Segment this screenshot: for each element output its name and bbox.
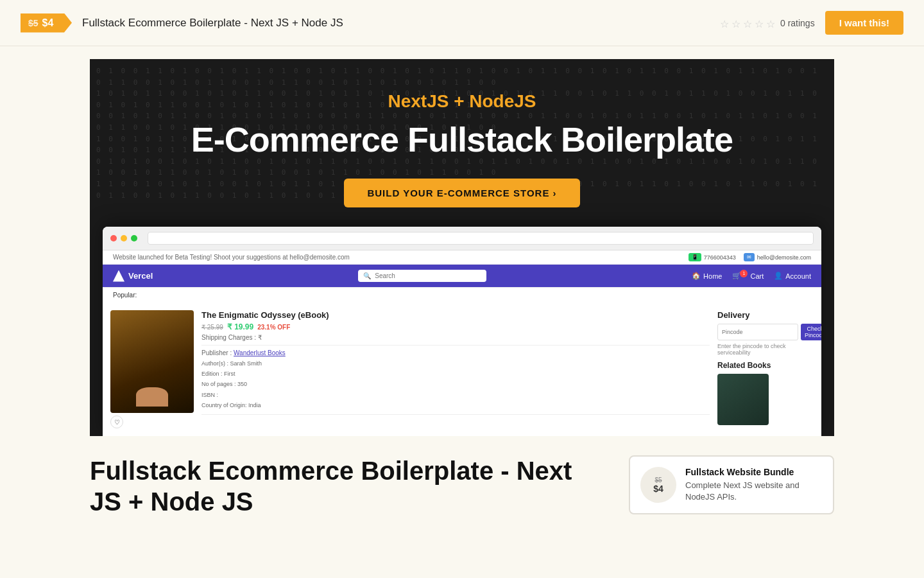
product-new-price: ₹ 19.99 bbox=[227, 322, 253, 331]
hero-section: 0 1 0 0 1 1 0 1 0 0 1 0 1 1 0 1 0 0 1 0 … bbox=[90, 59, 834, 436]
related-title: Related Books bbox=[717, 361, 814, 370]
email-icon: ✉ bbox=[744, 253, 755, 261]
demo-nav-cart[interactable]: 🛒 1 Cart bbox=[732, 272, 764, 280]
edition-info: Edition : First bbox=[201, 369, 710, 379]
wishlist-icon[interactable]: ♡ bbox=[110, 416, 123, 428]
price-row: ₹ 25.99 ₹ 19.99 23.1% OFF bbox=[201, 322, 710, 331]
country-info: Country of Origin: India bbox=[201, 400, 710, 410]
star-1-icon[interactable]: ☆ bbox=[720, 18, 730, 28]
search-input[interactable] bbox=[375, 272, 481, 279]
demo-nav-home[interactable]: 🏠 Home bbox=[692, 272, 722, 280]
demo-search-bar[interactable]: 🔍 bbox=[358, 270, 486, 282]
pincode-row: Check Pincode bbox=[717, 324, 814, 340]
phone-number: 7766004343 bbox=[704, 254, 736, 261]
author-info: Author(s) : Sarah Smith bbox=[201, 358, 710, 369]
bundle-price-badge: $5 $4 bbox=[640, 467, 676, 503]
pincode-input[interactable] bbox=[717, 324, 798, 340]
demo-email: ✉ hello@demosite.com bbox=[744, 253, 811, 261]
check-pincode-button[interactable]: Check Pincode bbox=[801, 324, 821, 340]
product-title: The Enigmatic Odyssey (eBook) bbox=[201, 310, 710, 320]
new-price: $4 bbox=[42, 17, 54, 29]
email-address: hello@demosite.com bbox=[757, 254, 811, 261]
top-bar-right: ☆ ☆ ☆ ☆ ☆ 0 ratings I want this! bbox=[720, 11, 903, 35]
bundle-description: Complete Next JS website and NodeJS APIs… bbox=[685, 480, 823, 503]
demo-topbar-text: Website launched for Beta Testing! Shoot… bbox=[113, 254, 350, 261]
search-icon: 🔍 bbox=[363, 272, 371, 279]
demo-product-image bbox=[110, 310, 194, 413]
star-3-icon[interactable]: ☆ bbox=[743, 18, 753, 28]
demo-nav-links: 🏠 Home 🛒 1 Cart 👤 Account bbox=[692, 272, 811, 280]
logo-text: Vercel bbox=[128, 271, 153, 281]
ratings-count: 0 ratings bbox=[780, 18, 815, 28]
bottom-product-title: Fullstack Ecommerce Boilerplate - NextJS… bbox=[90, 455, 610, 517]
bundle-new-price: $4 bbox=[653, 484, 663, 494]
star-5-icon[interactable]: ☆ bbox=[766, 18, 776, 28]
product-meta: Author(s) : Sarah Smith Edition : First … bbox=[201, 358, 710, 415]
pincode-hint: Enter the pincode to check serviceabilit… bbox=[717, 343, 814, 356]
stars: ☆ ☆ ☆ ☆ ☆ bbox=[720, 18, 776, 28]
close-dot-icon bbox=[110, 235, 117, 241]
browser-mockup: Website launched for Beta Testing! Shoot… bbox=[103, 227, 821, 436]
pages-info: No of pages : 350 bbox=[201, 379, 710, 389]
demo-topbar-right: 📱 7766004343 ✉ hello@demosite.com bbox=[689, 253, 811, 261]
nav-cart-label: Cart bbox=[750, 272, 764, 280]
publisher-link[interactable]: Wanderlust Books bbox=[234, 349, 286, 356]
price-badge: $5 $4 bbox=[21, 13, 72, 33]
browser-url-bar bbox=[148, 232, 814, 245]
demo-delivery: Delivery Check Pincode Enter the pincode… bbox=[717, 310, 814, 428]
hero-cta-button[interactable]: BUILD YOUR E-COMMERCE STORE bbox=[344, 179, 579, 207]
demo-phone: 📱 7766004343 bbox=[689, 253, 736, 261]
demo-product-info: The Enigmatic Odyssey (eBook) ₹ 25.99 ₹ … bbox=[201, 310, 710, 428]
demo-navbar: Vercel 🔍 🏠 Home 🛒 1 bbox=[103, 265, 821, 287]
want-this-button[interactable]: I want this! bbox=[825, 11, 903, 35]
popular-label: Popular: bbox=[113, 292, 137, 299]
demo-nav-account[interactable]: 👤 Account bbox=[774, 272, 811, 280]
vercel-logo-icon bbox=[113, 270, 124, 282]
demo-topbar: Website launched for Beta Testing! Shoot… bbox=[103, 250, 821, 265]
expand-dot-icon bbox=[131, 235, 137, 241]
bottom-right: $5 $4 Fullstack Website Bundle Complete … bbox=[629, 455, 834, 514]
account-icon: 👤 bbox=[774, 272, 783, 280]
nav-home-label: Home bbox=[703, 272, 722, 280]
demo-logo: Vercel bbox=[113, 270, 153, 282]
star-4-icon[interactable]: ☆ bbox=[755, 18, 765, 28]
star-2-icon[interactable]: ☆ bbox=[732, 18, 742, 28]
old-price: $5 bbox=[28, 18, 38, 28]
cart-count-badge: 1 bbox=[740, 270, 748, 277]
top-bar-left: $5 $4 Fullstack Ecommerce Boilerplate - … bbox=[21, 13, 343, 33]
shipping-info: Shipping Charges : ₹ bbox=[201, 334, 710, 346]
related-book-image bbox=[717, 374, 769, 425]
home-icon: 🏠 bbox=[692, 272, 701, 280]
top-bar: $5 $4 Fullstack Ecommerce Boilerplate - … bbox=[0, 0, 924, 46]
bottom-left: Fullstack Ecommerce Boilerplate - NextJS… bbox=[90, 455, 610, 523]
bundle-card: $5 $4 Fullstack Website Bundle Complete … bbox=[629, 455, 834, 514]
hero-title: E-Commerce Fullstack Boilerplate bbox=[116, 119, 809, 159]
whatsapp-icon: 📱 bbox=[689, 253, 701, 261]
ratings-area: ☆ ☆ ☆ ☆ ☆ 0 ratings bbox=[720, 18, 815, 28]
bundle-info: Fullstack Website Bundle Complete Next J… bbox=[685, 467, 823, 503]
minimize-dot-icon bbox=[121, 235, 127, 241]
publisher-info: Publisher : Wanderlust Books bbox=[201, 349, 710, 356]
product-old-price: ₹ 25.99 bbox=[201, 324, 223, 331]
bottom-section: Fullstack Ecommerce Boilerplate - NextJS… bbox=[0, 436, 924, 543]
browser-titlebar bbox=[103, 227, 821, 250]
demo-site: Website launched for Beta Testing! Shoot… bbox=[103, 250, 821, 436]
hero-content: NextJS + NodeJS E-Commerce Fullstack Boi… bbox=[90, 59, 834, 227]
bundle-old-price: $5 bbox=[654, 477, 662, 484]
delivery-title: Delivery bbox=[717, 310, 814, 320]
demo-popular-bar: Popular: bbox=[103, 287, 821, 302]
product-discount: 23.1% OFF bbox=[257, 324, 290, 331]
nav-account-label: Account bbox=[785, 272, 811, 280]
bundle-title: Fullstack Website Bundle bbox=[685, 467, 823, 477]
product-title-bar: Fullstack Ecommerce Boilerplate - Next J… bbox=[82, 17, 343, 30]
demo-product-area: ♡ The Enigmatic Odyssey (eBook) ₹ 25.99 … bbox=[103, 302, 821, 436]
hero-subtitle: NextJS + NodeJS bbox=[116, 91, 809, 112]
isbn-info: ISBN : bbox=[201, 390, 710, 400]
